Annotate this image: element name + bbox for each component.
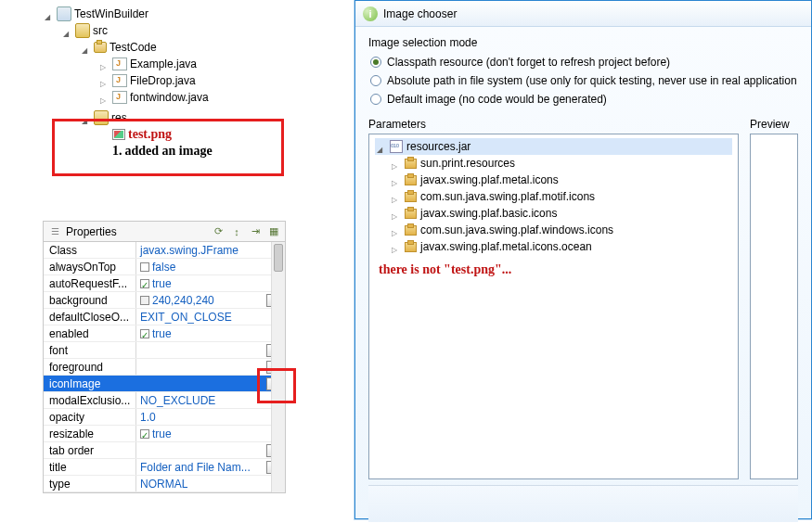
property-value[interactable]: 1.0: [136, 409, 285, 425]
property-row-alwaysontop[interactable]: alwaysOnTopfalse: [44, 259, 285, 275]
chevron-down-icon[interactable]: [45, 9, 54, 19]
scrollbar[interactable]: [271, 242, 285, 492]
tree-node-file[interactable]: FileDrop.java: [45, 72, 304, 89]
package-node[interactable]: com.sun.java.swing.plaf.motif.icons: [375, 188, 732, 205]
parameters-tree: resources.jar sun.print.resourcesjavax.s…: [368, 134, 739, 479]
chevron-down-icon[interactable]: [377, 142, 386, 151]
property-value[interactable]: 240,240,240…: [136, 292, 285, 308]
property-row-font[interactable]: font…: [44, 342, 285, 359]
property-value[interactable]: false: [136, 259, 285, 274]
property-name: font: [44, 342, 136, 358]
group-label: Image selection mode: [368, 36, 798, 49]
radio-label: Default image (no code would be generate…: [387, 93, 607, 106]
radio-option[interactable]: Absolute path in file system (use only f…: [368, 71, 798, 90]
package-icon: [405, 175, 417, 185]
checkbox-icon[interactable]: [140, 329, 149, 338]
radio-option[interactable]: Classpath resource (don't forget to refr…: [368, 53, 798, 71]
properties-title: Properties: [66, 225, 207, 238]
checkbox-icon[interactable]: [140, 279, 149, 288]
property-row-taborder[interactable]: tab order…: [44, 442, 285, 459]
property-row-title[interactable]: titleFolder and File Nam...…: [44, 459, 285, 476]
property-value[interactable]: …: [136, 442, 285, 458]
property-name: foreground: [44, 359, 136, 375]
chevron-down-icon[interactable]: [63, 26, 72, 35]
dialog-button-bar: [368, 485, 798, 522]
property-row-foreground[interactable]: foreground…: [44, 359, 285, 376]
property-row-enabled[interactable]: enabledtrue: [44, 325, 285, 342]
tree-label: src: [93, 24, 108, 37]
chevron-right-icon[interactable]: [392, 225, 401, 235]
highlight-box-tree: [52, 119, 284, 176]
property-value[interactable]: …: [136, 376, 285, 391]
package-icon: [405, 209, 417, 219]
java-file-icon: [112, 74, 127, 87]
package-node[interactable]: sun.print.resources: [375, 155, 732, 172]
property-value[interactable]: …: [136, 359, 285, 375]
property-value[interactable]: NORMAL: [136, 476, 285, 491]
tree-node-file[interactable]: Example.java: [45, 56, 304, 72]
toolbar-icon[interactable]: ⟳: [211, 224, 226, 239]
package-label: javax.swing.plaf.metal.icons: [420, 173, 559, 186]
property-name: opacity: [44, 409, 136, 425]
radio-icon[interactable]: [370, 75, 381, 86]
tree-node-src[interactable]: src: [45, 22, 304, 39]
property-name: modalExclusio...: [44, 392, 136, 408]
property-row-defaultcloseo[interactable]: defaultCloseO...EXIT_ON_CLOSE: [44, 309, 285, 325]
package-label: com.sun.java.swing.plaf.motif.icons: [420, 190, 595, 203]
parameters-title: Parameters: [368, 118, 739, 131]
chevron-right-icon[interactable]: [392, 209, 401, 218]
property-row-resizable[interactable]: resizabletrue: [44, 426, 285, 442]
property-row-opacity[interactable]: opacity1.0: [44, 409, 285, 426]
property-value[interactable]: true: [136, 426, 285, 441]
property-row-modalexclusio[interactable]: modalExclusio...NO_EXCLUDE: [44, 392, 285, 409]
chevron-right-icon[interactable]: [392, 175, 401, 185]
property-row-autorequestf[interactable]: autoRequestF...true: [44, 275, 285, 292]
checkbox-icon[interactable]: [140, 429, 149, 439]
radio-option[interactable]: Default image (no code would be generate…: [368, 90, 798, 108]
package-node[interactable]: javax.swing.plaf.metal.icons.ocean: [375, 238, 732, 255]
chevron-right-icon[interactable]: [100, 59, 110, 69]
property-name: autoRequestF...: [44, 275, 136, 291]
chevron-right-icon[interactable]: [100, 93, 110, 102]
checkbox-icon[interactable]: [140, 262, 149, 272]
property-value[interactable]: …: [136, 342, 285, 358]
package-node[interactable]: javax.swing.plaf.basic.icons: [375, 205, 732, 222]
scrollbar-thumb[interactable]: [274, 244, 283, 272]
properties-body: Classjavax.swing.JFramealwaysOnTopfalsea…: [44, 242, 285, 492]
toolbar-icon[interactable]: ⇥: [248, 224, 263, 239]
chevron-right-icon[interactable]: [392, 242, 401, 251]
property-value[interactable]: javax.swing.JFrame: [136, 242, 285, 258]
jar-root-node[interactable]: resources.jar: [375, 138, 732, 155]
package-node[interactable]: javax.swing.plaf.metal.icons: [375, 172, 732, 188]
chevron-down-icon[interactable]: [82, 43, 91, 52]
chevron-right-icon[interactable]: [100, 76, 110, 85]
property-value[interactable]: true: [136, 325, 285, 341]
toolbar-icon[interactable]: ↕: [229, 224, 244, 239]
chevron-right-icon[interactable]: [392, 192, 401, 201]
radio-icon[interactable]: [370, 57, 381, 68]
radio-icon[interactable]: [370, 94, 381, 105]
tree-node-project[interactable]: TestWinBuilder: [45, 6, 304, 22]
toolbar-icon[interactable]: ▦: [266, 224, 281, 239]
tree-node-package[interactable]: TestCode: [45, 39, 304, 56]
property-row-class[interactable]: Classjavax.swing.JFrame: [44, 242, 285, 259]
property-name: type: [44, 476, 136, 491]
property-value[interactable]: EXIT_ON_CLOSE: [136, 309, 285, 325]
chevron-right-icon[interactable]: [392, 159, 401, 168]
property-row-iconimage[interactable]: iconImage…: [44, 376, 285, 392]
property-value[interactable]: Folder and File Nam...…: [136, 459, 285, 475]
property-row-type[interactable]: typeNORMAL: [44, 476, 285, 492]
package-node[interactable]: com.sun.java.swing.plaf.windows.icons: [375, 222, 732, 238]
property-row-background[interactable]: background240,240,240…: [44, 292, 285, 309]
properties-icon: ☰: [47, 224, 62, 239]
property-value[interactable]: NO_EXCLUDE: [136, 392, 285, 408]
property-value[interactable]: true: [136, 275, 285, 291]
info-icon: i: [363, 6, 378, 21]
color-swatch: [140, 296, 149, 305]
java-file-icon: [112, 91, 127, 104]
tree-node-file[interactable]: fontwindow.java: [45, 89, 304, 106]
tree-label: TestCode: [110, 41, 157, 54]
dialog-title: Image chooser: [383, 7, 457, 20]
package-label: com.sun.java.swing.plaf.windows.icons: [420, 223, 613, 236]
parameters-pane: Parameters resources.jar sun.print.resou…: [368, 118, 739, 479]
